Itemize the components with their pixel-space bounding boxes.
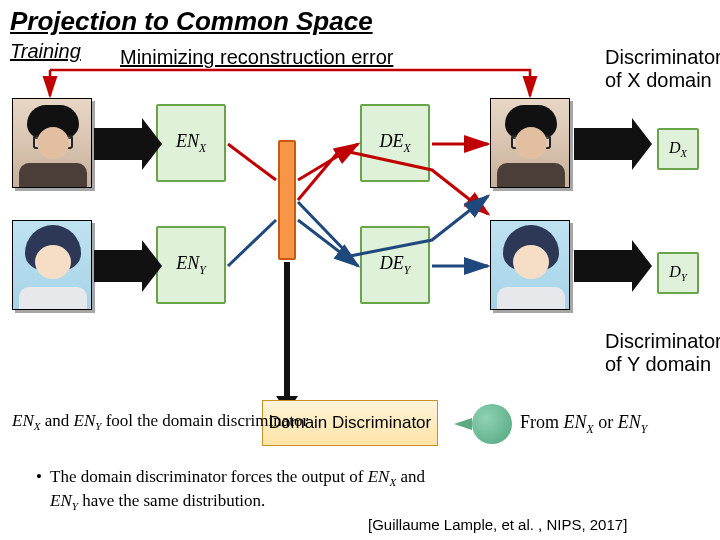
force-text: The domain discriminator forces the outp… <box>50 466 425 514</box>
label-discriminator-y: Discriminator of Y domain <box>605 330 720 376</box>
blob-icon <box>472 404 512 444</box>
disc-x-block: DX <box>657 128 699 170</box>
image-x-input <box>12 98 92 188</box>
encoder-x: ENX <box>156 104 226 182</box>
reference: [Guillaume Lample, et al. , NIPS, 2017] <box>368 516 627 533</box>
decoder-x: DEX <box>360 104 430 182</box>
encoder-y: ENY <box>156 226 226 304</box>
arrow-input-enc-x <box>94 128 144 160</box>
disc-y-block: DY <box>657 252 699 294</box>
page-title: Projection to Common Space <box>10 6 373 37</box>
decoder-y: DEY <box>360 226 430 304</box>
label-discriminator-x: Discriminator of X domain <box>605 46 720 92</box>
arrow-output-disc-x <box>574 128 634 160</box>
arrow-latent-to-domain-disc <box>284 262 290 398</box>
training-label: Training <box>10 40 81 63</box>
arrow-input-enc-y <box>94 250 144 282</box>
image-y-output <box>490 220 570 310</box>
subhead: Minimizing reconstruction error <box>120 46 393 69</box>
arrow-output-disc-y <box>574 250 634 282</box>
latent-space <box>278 140 296 260</box>
fool-text: ENX and ENY fool the domain discriminato… <box>12 410 308 434</box>
image-y-input <box>12 220 92 310</box>
image-x-output <box>490 98 570 188</box>
from-encoders-text: From ENX or ENY <box>520 412 647 436</box>
